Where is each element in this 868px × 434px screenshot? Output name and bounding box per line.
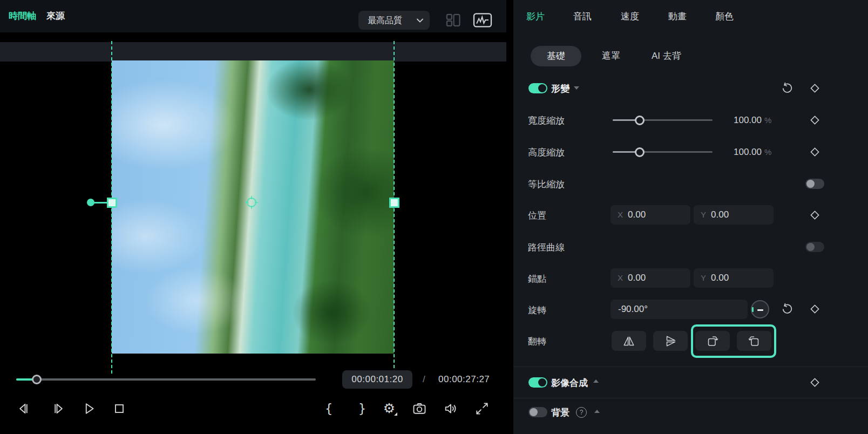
tab-audio[interactable]: 音訊 [573, 0, 592, 36]
rotate-dial-icon[interactable] [751, 300, 769, 318]
rotate-label: 旋轉 [528, 304, 546, 316]
rotate-field[interactable]: -90.00° [611, 300, 748, 319]
width-scale-keyframe-icon[interactable] [809, 114, 821, 126]
subtab-mask[interactable]: 遮罩 [602, 46, 620, 66]
rotate-reset-icon[interactable] [781, 303, 794, 315]
compositing-title: 影像合成 [551, 377, 588, 389]
position-y-value: 0.00 [711, 209, 729, 220]
filmora-window: 時間軸 來源 最高品質 00:00:01:20 / [0, 0, 868, 434]
preview-section: 時間軸 來源 最高品質 00:00:01:20 / [0, 0, 506, 434]
tab-timeline[interactable]: 時間軸 [9, 0, 36, 32]
chevron-down-icon [417, 18, 423, 23]
anchor-y-value: 0.00 [711, 273, 729, 283]
transform-title: 形變 [551, 83, 569, 95]
uniform-scale-toggle[interactable] [805, 179, 824, 189]
position-label: 位置 [528, 209, 546, 222]
position-keyframe-icon[interactable] [809, 209, 821, 221]
gear-icon[interactable]: ⚙ [380, 400, 398, 417]
scopes-waveform-icon[interactable] [472, 11, 493, 29]
transform-collapse-icon[interactable] [574, 86, 579, 90]
anchor-x-value: 0.00 [628, 273, 646, 283]
rotate-value: -90.00° [611, 304, 648, 314]
tab-video[interactable]: 影片 [526, 0, 545, 36]
subtab-basic[interactable]: 基礎 [531, 46, 581, 66]
step-back-button[interactable] [14, 400, 32, 417]
position-x-prefix: X [611, 210, 628, 219]
flip-horizontal-icon[interactable] [612, 331, 646, 351]
rotation-handle[interactable] [87, 199, 94, 206]
resize-handle-left[interactable] [107, 198, 117, 208]
seek-thumb[interactable] [32, 375, 42, 384]
timecode-separator: / [423, 370, 425, 389]
anchor-x-prefix: X [611, 273, 628, 282]
camera-icon[interactable] [410, 400, 429, 417]
height-scale-unit: % [764, 147, 771, 157]
tab-color[interactable]: 顏色 [715, 0, 734, 36]
transform-reset-icon[interactable] [781, 82, 794, 94]
position-x-value: 0.00 [628, 209, 646, 220]
tab-animation[interactable]: 動畫 [668, 0, 687, 36]
position-y-prefix: Y [694, 210, 711, 219]
mark-in-button[interactable]: { [320, 400, 338, 417]
section-divider [513, 398, 868, 398]
subtab-ai-cutout[interactable]: AI 去背 [652, 46, 681, 66]
highlight-box [691, 324, 776, 358]
path-curve-label: 路徑曲線 [528, 241, 565, 254]
flip-label: 翻轉 [528, 335, 546, 348]
quality-dropdown[interactable]: 最高品質 [358, 11, 430, 30]
rotate-keyframe-icon[interactable] [809, 303, 821, 315]
path-curve-toggle[interactable] [805, 242, 824, 252]
width-scale-unit: % [764, 116, 771, 125]
center-anchor-icon[interactable] [244, 195, 259, 210]
rotate-dial-tick [752, 307, 754, 312]
uniform-scale-label: 等比縮放 [528, 178, 565, 191]
preview-upper-band [0, 42, 506, 62]
width-scale-label: 寬度縮放 [528, 114, 565, 127]
background-toggle[interactable] [528, 407, 547, 417]
background-title: 背景 [551, 406, 569, 419]
compositing-keyframe-icon[interactable] [809, 376, 821, 389]
step-forward-button[interactable] [50, 400, 68, 417]
position-y-field[interactable]: Y0.00 [694, 205, 774, 225]
anchor-label: 錨點 [528, 273, 546, 285]
duration-timecode: 00:00:27:27 [438, 370, 490, 389]
transform-toggle[interactable] [528, 83, 547, 93]
flip-vertical-icon[interactable] [653, 331, 688, 351]
layout-grid-icon[interactable] [443, 11, 464, 29]
gear-dropdown-corner [394, 412, 397, 416]
preview-toolbar: 時間軸 來源 最高品質 [0, 0, 506, 32]
height-scale-slider-thumb[interactable] [635, 147, 645, 157]
height-scale-value: 100.00% [734, 147, 771, 158]
width-scale-value: 100.00% [734, 115, 771, 126]
tab-speed[interactable]: 速度 [621, 0, 639, 36]
rotate-dial-minus [757, 309, 763, 311]
anchor-y-prefix: Y [694, 273, 711, 282]
height-scale-keyframe-icon[interactable] [809, 146, 821, 158]
compositing-collapse-icon[interactable] [593, 379, 599, 383]
section-divider [513, 367, 868, 367]
stop-button[interactable] [110, 400, 128, 417]
help-icon[interactable]: ? [576, 407, 587, 418]
position-x-field[interactable]: X0.00 [611, 205, 690, 225]
gear-glyph: ⚙ [383, 401, 395, 417]
width-scale-slider-thumb[interactable] [635, 116, 645, 125]
transform-keyframe-icon[interactable] [809, 82, 821, 94]
expand-icon[interactable] [473, 400, 491, 417]
properties-panel: 影片 音訊 速度 動畫 顏色 基礎 遮罩 AI 去背 形變 寬度縮放 100.0… [513, 0, 868, 434]
play-button[interactable] [80, 400, 98, 417]
seek-bar[interactable] [16, 378, 316, 381]
resize-handle-right[interactable] [389, 198, 399, 208]
current-timecode: 00:00:01:20 [342, 370, 412, 389]
height-scale-label: 高度縮放 [528, 146, 565, 159]
mark-out-button[interactable]: } [353, 400, 371, 417]
compositing-toggle[interactable] [528, 377, 547, 388]
tab-source[interactable]: 來源 [46, 0, 65, 32]
anchor-y-field[interactable]: Y0.00 [694, 268, 774, 288]
anchor-x-field[interactable]: X0.00 [611, 268, 690, 288]
background-collapse-icon[interactable] [594, 410, 600, 413]
speaker-icon[interactable] [442, 400, 460, 417]
